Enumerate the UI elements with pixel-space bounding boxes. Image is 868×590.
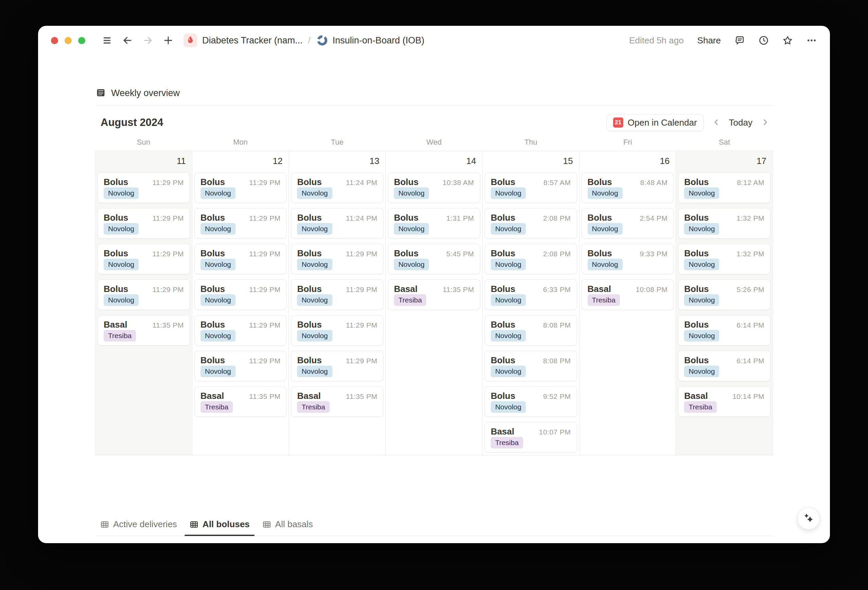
breadcrumb-root-label[interactable]: Diabetes Tracker (nam... [202,35,303,46]
tab-all-basals[interactable]: All basals [257,519,318,536]
event-card[interactable]: Bolus1:31 PMNovolog [388,208,480,238]
event-card[interactable]: Bolus8:12 AMNovolog [678,172,771,203]
event-card[interactable]: Bolus11:29 PMNovolog [194,315,287,346]
event-title: Bolus [201,284,225,294]
medication-tag: Novolog [394,223,429,235]
month-label: August 2024 [95,116,163,129]
updates-button[interactable] [758,35,769,46]
event-card[interactable]: Basal10:08 PMTresiba [582,280,674,310]
event-card[interactable]: Bolus8:08 PMNovolog [485,351,577,381]
chevron-right-icon [760,118,769,128]
new-page-button[interactable] [163,35,173,46]
previous-week-button[interactable] [709,118,724,128]
event-time: 11:29 PM [249,285,280,294]
day-of-week-label: Fri [579,138,676,147]
event-time: 11:29 PM [152,214,183,222]
sparkles-icon [802,512,815,525]
event-title: Bolus [297,248,322,259]
event-card[interactable]: Bolus11:29 PMNovolog [291,351,383,381]
event-card[interactable]: Bolus11:24 PMNovolog [291,172,383,203]
event-card[interactable]: Basal10:07 PMTresiba [485,422,577,453]
event-card[interactable]: Bolus8:57 AMNovolog [485,172,577,203]
event-card[interactable]: Bolus11:29 PMNovolog [291,315,383,346]
event-card[interactable]: Bolus11:29 PMNovolog [194,172,287,203]
medication-tag: Novolog [588,259,623,270]
breadcrumb-root[interactable] [183,34,197,47]
tab-active-deliveries[interactable]: Active deliveries [95,519,182,536]
traffic-lights [51,37,92,44]
open-in-calendar-button[interactable]: 21 Open in Calendar [606,114,704,131]
medication-tag: Novolog [684,366,719,377]
event-card[interactable]: Bolus8:48 AMNovolog [582,172,674,203]
event-card[interactable]: Bolus11:29 PMNovolog [291,244,383,274]
event-card[interactable]: Bolus2:08 PMNovolog [485,208,577,238]
event-card[interactable]: Bolus2:08 PMNovolog [485,244,577,274]
event-card[interactable]: Basal11:35 PMTresiba [388,280,480,310]
share-button[interactable]: Share [697,35,721,46]
event-title: Bolus [394,177,418,187]
event-time: 11:29 PM [152,285,183,294]
event-title: Bolus [297,212,322,223]
event-time: 6:14 PM [737,321,764,329]
day-column: 16Bolus8:48 AMNovologBolus2:54 PMNovolog… [579,151,676,455]
close-window-button[interactable] [51,37,58,44]
breadcrumb-page-label[interactable]: Insulin-on-Board (IOB) [333,35,425,46]
event-title: Bolus [588,177,612,187]
event-card[interactable]: Bolus6:14 PMNovolog [678,315,771,346]
minimize-window-button[interactable] [65,37,72,44]
event-card[interactable]: Basal11:35 PMTresiba [97,315,190,346]
edited-timestamp: Edited 5h ago [629,35,683,46]
event-card[interactable]: Bolus8:08 PMNovolog [485,315,577,346]
event-card[interactable]: Bolus5:26 PMNovolog [678,280,771,310]
event-card[interactable]: Bolus9:52 PMNovolog [485,386,577,417]
event-card[interactable]: Bolus11:29 PMNovolog [97,244,190,274]
event-time: 1:32 PM [737,250,764,258]
event-card[interactable]: Bolus11:29 PMNovolog [194,351,287,381]
forward-button[interactable] [143,35,153,46]
day-column: 13Bolus11:24 PMNovologBolus11:24 PMNovol… [289,151,386,455]
event-card[interactable]: Bolus11:29 PMNovolog [194,208,287,238]
medication-tag: Novolog [201,259,236,270]
event-card[interactable]: Bolus11:29 PMNovolog [97,172,190,203]
sidebar-menu-button[interactable] [102,35,112,46]
event-card[interactable]: Bolus1:32 PMNovolog [678,208,771,238]
view-title[interactable]: Weekly overview [111,88,180,99]
day-column: 12Bolus11:29 PMNovologBolus11:29 PMNovol… [192,151,289,455]
event-card[interactable]: Bolus6:33 PMNovolog [485,280,577,310]
event-card[interactable]: Basal11:35 PMTresiba [194,386,287,417]
medication-tag: Novolog [297,294,332,306]
medication-tag: Tresiba [394,294,426,306]
event-card[interactable]: Bolus1:32 PMNovolog [678,244,771,274]
back-button[interactable] [123,35,133,46]
event-card[interactable]: Bolus6:14 PMNovolog [678,351,771,381]
event-card[interactable]: Bolus11:29 PMNovolog [194,244,287,274]
medication-tag: Novolog [684,330,719,341]
event-card[interactable]: Basal10:14 PMTresiba [678,386,771,417]
event-card[interactable]: Bolus10:38 AMNovolog [388,172,480,203]
tab-all-boluses[interactable]: All boluses [185,519,255,536]
day-of-week-label: Tue [289,138,386,147]
medication-tag: Novolog [201,294,236,306]
table-icon [262,520,272,529]
zoom-window-button[interactable] [78,37,85,44]
event-time: 11:29 PM [152,250,183,258]
event-card[interactable]: Bolus11:29 PMNovolog [97,208,190,238]
day-column: 14Bolus10:38 AMNovologBolus1:31 PMNovolo… [386,151,483,455]
event-card[interactable]: Bolus11:29 PMNovolog [194,280,287,310]
today-button[interactable]: Today [726,118,755,128]
event-card[interactable]: Basal11:35 PMTresiba [291,386,383,417]
event-card[interactable]: Bolus9:33 PMNovolog [582,244,674,274]
favorite-button[interactable] [782,35,793,46]
comments-button[interactable] [734,35,745,46]
event-card[interactable]: Bolus5:45 PMNovolog [388,244,480,274]
event-card[interactable]: Bolus11:29 PMNovolog [97,280,190,310]
event-time: 8:48 AM [640,178,668,187]
event-card[interactable]: Bolus2:54 PMNovolog [582,208,674,238]
ai-assistant-button[interactable] [797,507,820,530]
event-card[interactable]: Bolus11:24 PMNovolog [291,208,383,238]
medication-tag: Novolog [684,259,719,270]
more-options-button[interactable] [806,35,817,46]
next-week-button[interactable] [757,118,773,128]
event-card[interactable]: Bolus11:29 PMNovolog [291,280,383,310]
event-time: 1:32 PM [737,214,764,222]
